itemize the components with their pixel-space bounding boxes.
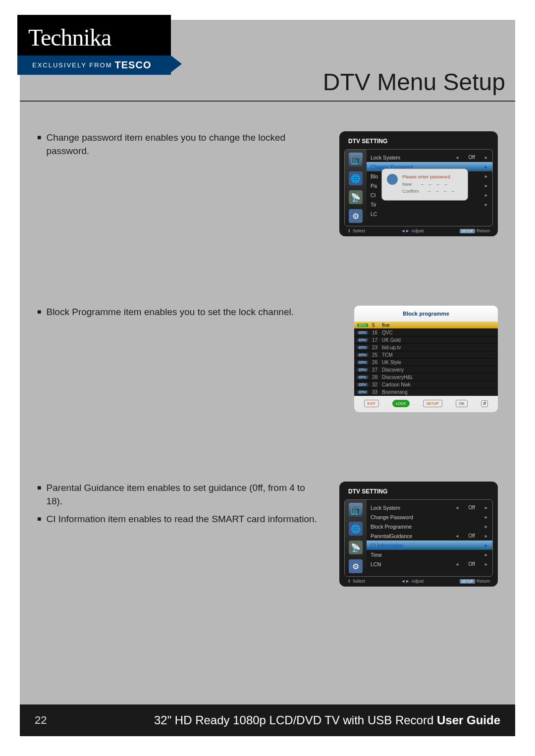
channel-number: 16 [372,330,382,335]
channel-name: TCM [382,352,393,358]
section-change-password: Change password item enables you to chan… [37,131,498,236]
footer-return: SETUP Return [460,579,490,584]
nav-updown-icon[interactable]: ⇵ [481,400,488,407]
dtv-badge: DTV [357,331,368,334]
channel-name: Boomerang [382,389,408,395]
channel-number: 33 [372,389,382,395]
menu-row[interactable]: Block Programme► [367,522,492,531]
dtv-badge: DTV [357,376,368,379]
updown-icon: ⇕ [347,228,351,233]
arrow-right-icon: ► [484,552,488,557]
block-title: Block programme [354,306,498,322]
arrow-right-icon: ► [484,534,488,539]
page-number: 22 [35,714,47,727]
channel-row[interactable]: DTV5five [354,322,498,329]
satellite-icon: 📡 [349,190,363,204]
arrow-right-icon: ► [484,524,488,529]
channel-number: 32 [372,382,382,387]
setup-badge: SETUP [460,229,475,233]
arrow-right-icon: ► [484,505,488,510]
channel-row[interactable]: DTV25TCM [354,351,498,359]
osd-ci-information: DTV SETTING 📺 🌐 📡 ⚙ Lock System◄Off►Chan… [339,482,498,587]
dtv-badge: DTV [357,361,368,364]
block-footer: EXIT LOCK SETUP OK ⇵ [354,396,498,407]
dtv-badge: DTV [357,353,368,357]
channel-name: Discovery [382,367,404,373]
menu-row[interactable]: ParentalGuidance◄Off► [367,531,492,540]
channel-number: 5 [372,323,382,328]
channel-name: UK Gold [382,337,401,343]
channel-row[interactable]: DTV33Boomerang [354,388,498,396]
footer-adjust: ◄► Adjust [401,579,424,584]
popup-prompt: Please enter password [402,174,456,179]
brand-name: Technika [28,24,160,51]
dtv-badge: DTV [357,338,368,342]
osd-block-programme: Block programme DTV5fiveDTV16QVCDTV17UK … [354,306,498,412]
setup-badge: SETUP [460,579,475,584]
osd-change-password: DTV SETTING 📺 🌐 📡 ⚙ Lock System ◄ Off [339,131,498,236]
osd-title: DTV SETTING [344,486,493,497]
menu-row-truncated: Tir► [367,200,492,209]
satellite-icon: 📡 [349,540,363,554]
channel-row[interactable]: DTV32Cartoon Nwk [354,381,498,388]
dtv-badge: DTV [357,346,368,349]
arrow-right-icon: ► [484,164,488,169]
bullet-text: Parental Guidance item enables to set gu… [37,482,320,508]
channel-row[interactable]: DTV23bid-up.tv [354,344,498,351]
channel-row[interactable]: DTV27Discovery [354,366,498,374]
arrow-right-icon: ► [484,515,488,520]
channel-row[interactable]: DTV16QVC [354,329,498,336]
password-popup: Please enter password New – – – – Confir… [381,168,468,201]
channel-number: 25 [372,352,382,358]
menu-row-lock-system[interactable]: Lock System ◄ Off ► [367,153,492,162]
footer-select: ⇕ Select [347,228,365,233]
settings-icon: ⚙ [349,559,363,573]
tesco-logo: TESCO [115,59,152,71]
popup-new-field: New – – – – [402,181,456,187]
channel-row[interactable]: DTV28DiscoveryH&L [354,374,498,381]
page-footer: 22 32" HD Ready 1080p LCD/DVD TV with US… [20,704,515,736]
osd-sidebar: 📺 🌐 📡 ⚙ [345,150,367,226]
section-parental-ci: Parental Guidance item enables to set gu… [37,482,498,587]
exclusive-prefix: EXCLUSIVELY FROM [32,61,112,69]
channel-row[interactable]: DTV26UK Style [354,359,498,366]
tv-icon: 📺 [349,153,363,166]
footer-select: ⇕ Select [347,579,365,584]
menu-row[interactable]: CI Information► [367,540,492,550]
channel-name: bid-up.tv [382,345,401,350]
channel-number: 28 [372,375,382,380]
menu-row[interactable]: Lock System◄Off► [367,503,492,512]
dtv-badge: DTV [357,324,368,327]
popup-content: Please enter password New – – – – Confir… [402,174,456,195]
lock-button[interactable]: LOCK [392,400,409,407]
arrow-left-icon: ◄ [455,505,459,510]
osd-inner: 📺 🌐 📡 ⚙ Lock System◄Off►Change Password►… [344,499,493,577]
footer-return: SETUP Return [460,228,490,233]
arrow-left-icon: ◄ [455,155,459,160]
dtv-badge: DTV [357,368,368,372]
dtv-badge: DTV [357,383,368,386]
setup-button[interactable]: SETUP [423,400,442,407]
menu-row[interactable]: LCN◄Off► [367,559,492,569]
channel-number: 23 [372,345,382,350]
leftright-icon: ◄► [401,579,410,584]
brand-logo: Technika [17,15,171,58]
channel-number: 26 [372,360,382,365]
updown-icon: ⇕ [347,579,351,584]
ok-button[interactable]: OK [456,400,468,407]
arrow-right-icon: ► [484,543,488,548]
channel-name: five [382,323,390,328]
bullet-text: Block Programme item enables you to set … [37,306,334,319]
globe-icon: 🌐 [349,522,363,536]
menu-row[interactable]: Time► [367,550,492,559]
menu-row[interactable]: Change Password► [367,512,492,522]
menu-row-truncated: LC [367,209,492,218]
exit-button[interactable]: EXIT [364,400,379,407]
bullet-text: Change password item enables you to chan… [37,131,320,158]
popup-confirm-field: Confirm – – – – [402,188,456,194]
footer-product-title: 32" HD Ready 1080p LCD/DVD TV with USB R… [154,713,500,727]
page-content: Change password item enables you to chan… [20,102,515,587]
osd-title: DTV SETTING [344,135,493,147]
channel-row[interactable]: DTV17UK Gold [354,336,498,344]
bullet-text: CI Information item enables to read the … [37,513,320,526]
